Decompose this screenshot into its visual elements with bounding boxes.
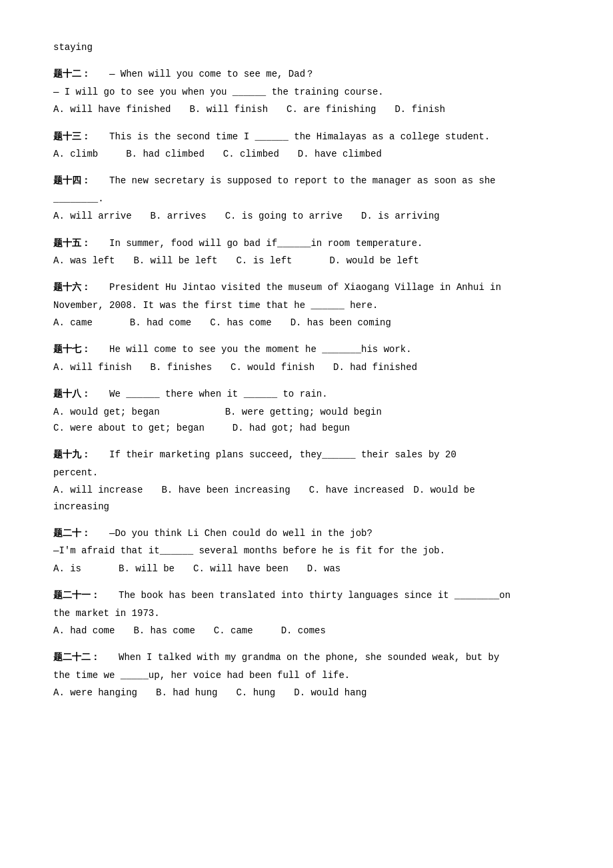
- question-title: 题十八： We ______ there when it ______ to r…: [53, 387, 560, 401]
- question-title: 题二十： —Do you think Li Chen could do well…: [53, 526, 560, 541]
- question-options: A. came B. had come C. has come D. has b…: [53, 315, 560, 330]
- question-block-q19: 题十九： If their marketing plans succeed, t…: [53, 447, 560, 514]
- question-block-q18: 题十八： We ______ there when it ______ to r…: [53, 387, 560, 435]
- question-line: percent.: [53, 465, 560, 480]
- intro-text: staying: [53, 40, 560, 55]
- question-options: A. would get; began B. were getting; wou…: [53, 405, 560, 419]
- question-options: A. will arrive B. arrives C. is going to…: [53, 209, 560, 223]
- question-block-q16: 题十六： President Hu Jintao visited the mus…: [53, 280, 560, 330]
- question-block-q15: 题十五： In summer, food will go bad if_____…: [53, 236, 560, 269]
- question-block-q22: 题二十二： When I talked with my grandma on t…: [53, 650, 560, 700]
- question-block-q17: 题十七： He will come to see you the moment …: [53, 342, 560, 375]
- question-options: A. climb B. had climbed C. climbed D. ha…: [53, 147, 560, 161]
- question-options: A. will increase B. have been increasing…: [53, 483, 560, 497]
- question-options: A. had come B. has come C. came D. comes: [53, 623, 560, 638]
- question-options: A. will finish B. finishes C. would fini…: [53, 360, 560, 375]
- question-line: the market in 1973.: [53, 606, 560, 621]
- question-options: A. is B. will be C. will have been D. wa…: [53, 561, 560, 576]
- question-options: A. was left B. will be left C. is left D…: [53, 253, 560, 268]
- question-title: 题十二： — When will you come to see me, Dad…: [53, 67, 560, 81]
- question-title: 题二十一： The book has been translated into …: [53, 588, 560, 603]
- question-options: C. were about to get; began D. had got; …: [53, 421, 560, 435]
- question-options: A. will have finished B. will finish C. …: [53, 102, 560, 117]
- question-title: 题十三： This is the second time I ______ th…: [53, 129, 560, 144]
- question-block-q13: 题十三： This is the second time I ______ th…: [53, 129, 560, 162]
- question-block-q14: 题十四： The new secretary is supposed to re…: [53, 173, 560, 223]
- question-title: 题二十二： When I talked with my grandma on t…: [53, 650, 560, 665]
- question-title: 题十七： He will come to see you the moment …: [53, 342, 560, 357]
- question-title: 题十九： If their marketing plans succeed, t…: [53, 447, 560, 462]
- question-block-q21: 题二十一： The book has been translated into …: [53, 588, 560, 638]
- question-line: ________.: [53, 191, 560, 206]
- question-block-q20: 题二十： —Do you think Li Chen could do well…: [53, 526, 560, 576]
- question-title: 题十五： In summer, food will go bad if_____…: [53, 236, 560, 251]
- question-line: —I'm afraid that it______ several months…: [53, 543, 560, 558]
- question-block-q12: 题十二： — When will you come to see me, Dad…: [53, 67, 560, 117]
- question-title: 题十四： The new secretary is supposed to re…: [53, 173, 560, 188]
- question-line: November, 2008. It was the first time th…: [53, 298, 560, 313]
- question-title: 题十六： President Hu Jintao visited the mus…: [53, 280, 560, 295]
- question-options: A. were hanging B. had hung C. hung D. w…: [53, 685, 560, 700]
- question-options: increasing: [53, 499, 560, 514]
- question-line: — I will go to see you when you ______ t…: [53, 85, 560, 99]
- question-line: the time we _____up, her voice had been …: [53, 668, 560, 683]
